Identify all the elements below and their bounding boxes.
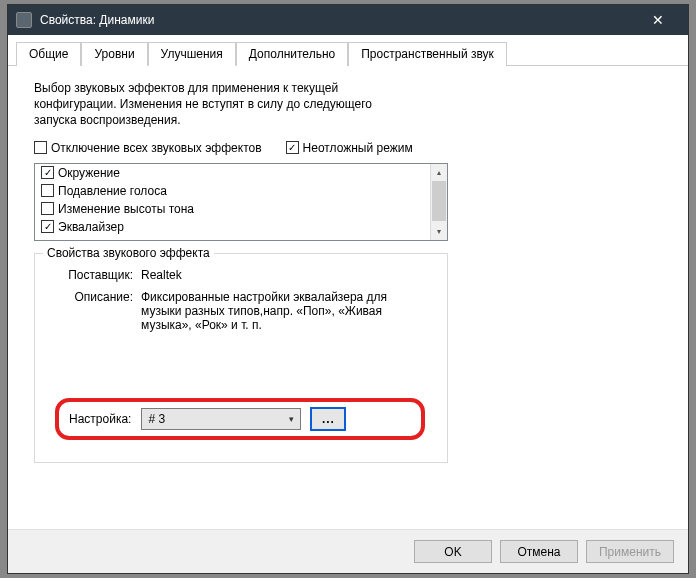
checkbox-icon [41,220,54,233]
effect-desc-value: Фиксированные настройки эквалайзера для … [141,290,401,332]
enhancements-description: Выбор звуковых эффектов для применения к… [34,80,414,129]
listbox-scrollbar[interactable]: ▴ ▾ [430,164,447,240]
tab-strip: Общие Уровни Улучшения Дополнительно Про… [8,35,688,66]
highlight-frame: Настройка: # 3 ▾ ... [55,398,425,440]
vendor-label: Поставщик: [47,268,141,282]
more-settings-button[interactable]: ... [311,408,345,430]
effect-label: Окружение [58,166,120,180]
vendor-value: Realtek [141,268,401,282]
groupbox-legend: Свойства звукового эффекта [43,246,214,260]
effects-items: Окружение Подавление голоса Изменение вы… [35,164,430,240]
more-button-label: ... [322,412,335,426]
list-item[interactable]: Изменение высоты тона [35,200,430,218]
setting-combobox[interactable]: # 3 ▾ [141,408,301,430]
urgent-mode-label: Неотложный режим [303,141,413,155]
tab-general[interactable]: Общие [16,42,81,66]
urgent-mode-checkbox[interactable]: Неотложный режим [286,141,413,155]
checkbox-icon [286,141,299,154]
tab-enhancements[interactable]: Улучшения [148,42,236,66]
checkbox-icon [41,166,54,179]
scroll-down-icon[interactable]: ▾ [431,223,447,240]
checkbox-icon [41,184,54,197]
list-item[interactable]: Подавление голоса [35,182,430,200]
tab-advanced[interactable]: Дополнительно [236,42,348,66]
effect-label: Подавление голоса [58,184,167,198]
effect-desc-label: Описание: [47,290,141,332]
vendor-row: Поставщик: Realtek [47,268,435,282]
setting-row: Настройка: # 3 ▾ ... [47,392,435,446]
effect-properties-group: Свойства звукового эффекта Поставщик: Re… [34,253,448,463]
disable-all-effects-checkbox[interactable]: Отключение всех звуковых эффектов [34,141,262,155]
list-item[interactable]: Эквалайзер [35,218,430,236]
dialog-window: Свойства: Динамики ✕ Общие Уровни Улучше… [7,4,689,574]
apply-button[interactable]: Применить [586,540,674,563]
effect-label: Изменение высоты тона [58,202,194,216]
scroll-thumb[interactable] [432,181,446,221]
button-bar: OK Отмена Применить [8,529,688,573]
speaker-icon [16,12,32,28]
cancel-button[interactable]: Отмена [500,540,578,563]
close-button[interactable]: ✕ [636,5,680,35]
description-row: Описание: Фиксированные настройки эквала… [47,290,435,332]
tab-levels[interactable]: Уровни [81,42,147,66]
scroll-up-icon[interactable]: ▴ [431,164,447,181]
client-area: Общие Уровни Улучшения Дополнительно Про… [8,35,688,573]
checkbox-icon [41,202,54,215]
scroll-track[interactable] [431,181,447,223]
effects-listbox[interactable]: Окружение Подавление голоса Изменение вы… [34,163,448,241]
tab-panel-enhancements: Выбор звуковых эффектов для применения к… [8,66,688,529]
chevron-down-icon: ▾ [289,414,294,424]
disable-all-label: Отключение всех звуковых эффектов [51,141,262,155]
checkbox-icon [34,141,47,154]
titlebar: Свойства: Динамики ✕ [8,5,688,35]
top-checkbox-row: Отключение всех звуковых эффектов Неотло… [34,141,668,155]
effect-label: Эквалайзер [58,220,124,234]
ok-button[interactable]: OK [414,540,492,563]
tab-spatial[interactable]: Пространственный звук [348,42,507,66]
list-item[interactable]: Окружение [35,164,430,182]
window-title: Свойства: Динамики [40,13,636,27]
setting-value: # 3 [148,412,165,426]
setting-label: Настройка: [69,412,131,426]
